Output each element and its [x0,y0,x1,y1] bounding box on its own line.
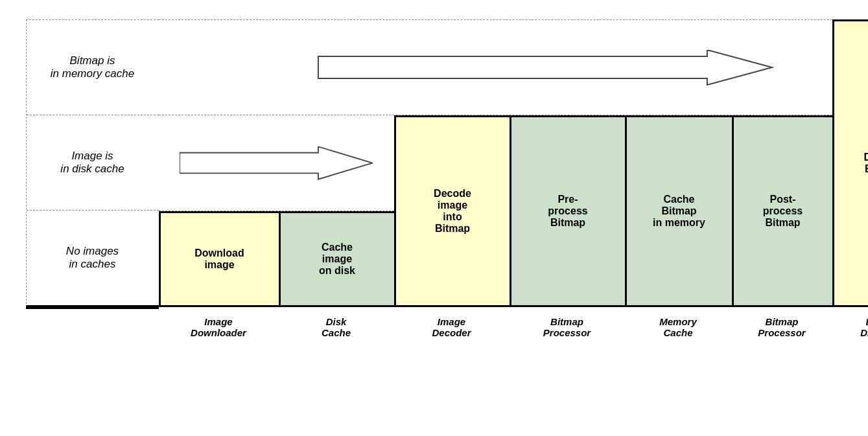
row-label-disk: Image isin disk cache [27,115,159,211]
row-label-nocache: No imagesin caches [27,211,159,305]
label-bitmap-processor2: BitmapProcessor [732,307,832,382]
label-empty [26,307,159,382]
label-memory-cache: MemoryCache [625,307,732,382]
small-arrow-icon [180,146,373,180]
disk-cache-arrow-area [159,115,394,211]
label-disk-cache: DiskCache [279,307,394,382]
label-bitmap-processor1: BitmapProcessor [510,307,625,382]
decode-image-cell: DecodeimageintoBitmap [394,115,510,307]
label-image-downloader: ImageDownloader [159,307,279,382]
svg-marker-1 [180,146,373,179]
diagram-wrapper: Bitmap isin memory cache Image isin disk… [19,13,849,428]
preprocess-bitmap-cell: Pre-processBitmap [510,115,625,307]
download-image-cell: Downloadimage [159,211,279,307]
display-bitmap-cell: DisplayBitmap [832,19,869,307]
postprocess-bitmap-cell: Post-processBitmap [732,115,832,307]
cache-bitmap-memory-cell: CacheBitmapin memory [625,115,732,307]
svg-marker-0 [318,50,772,85]
label-bitmap-displayer: BitmapDisplayer [832,307,869,382]
memory-cache-arrow-area [159,19,869,115]
cache-image-disk-cell: Cacheimageon disk [279,211,394,307]
row-labels: Bitmap isin memory cache Image isin disk… [26,19,159,307]
big-arrow-icon [205,50,868,86]
label-image-decoder: ImageDecoder [394,307,510,382]
row-label-memory: Bitmap isin memory cache [27,20,159,115]
